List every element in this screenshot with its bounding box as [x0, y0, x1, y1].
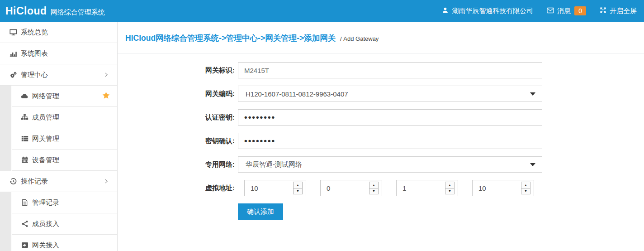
virtual-address-label: 虚拟地址: [118, 184, 235, 193]
octet-value: 10 [251, 184, 258, 192]
chevron-right-icon [104, 71, 109, 79]
sitemap-icon [21, 114, 28, 121]
spin-down-icon[interactable]: ▼ [521, 188, 530, 194]
caret-down-icon [530, 92, 535, 96]
gateway-id-label: 网关标识: [118, 66, 235, 75]
gateway-code-label: 网关编码: [118, 90, 235, 98]
sidebar-item-label: 成员管理 [32, 113, 59, 122]
grid-icon [21, 135, 28, 143]
messages-count-badge: 0 [574, 6, 586, 15]
breadcrumb-path: HiCloud网络综合管理系统->管理中心->网关管理->添加网关 [125, 34, 336, 43]
sidebar-item-label: 管理中心 [21, 71, 48, 79]
sidebar-item-label: 系统总览 [21, 28, 48, 37]
top-header: HiCloud 网络综合管理系统 湖南华辰智通科技有限公司 消息 0 [0, 0, 644, 22]
user-icon [442, 7, 452, 15]
private-network-label: 专用网络: [118, 160, 235, 169]
private-network-row: 专用网络: 华辰智通-测试网络 [118, 156, 644, 173]
gateway-code-value: H120-1607-0811-0812-9963-0407 [246, 90, 348, 98]
breadcrumb-suffix: / Add Gateway [340, 35, 379, 42]
sidebar-item-label: 网关接入 [32, 241, 59, 250]
share-icon [21, 220, 28, 228]
fullscreen-label: 开启全屏 [610, 7, 637, 15]
sidebar-item-gateway-access[interactable]: 网关接入 [12, 235, 117, 251]
sidebar-item-member-management[interactable]: 成员管理 [12, 107, 117, 128]
sidebar-item-member-access[interactable]: 成员接入 [12, 213, 117, 235]
fullscreen-button[interactable]: 开启全屏 [600, 7, 637, 15]
sidebar-item-management-records[interactable]: 管理记录 [12, 192, 117, 213]
spin-up-icon[interactable]: ▲ [369, 182, 378, 188]
sidebar-item-label: 系统图表 [21, 49, 48, 58]
favorite-star-icon [102, 92, 110, 101]
caret-down-icon [530, 163, 535, 166]
submenu-indent-strip [0, 86, 11, 171]
virtual-address-row: 虚拟地址: 10 ▲ ▼ 0 ▲ ▼ [118, 180, 644, 196]
auth-key-label: 认证密钥: [118, 113, 235, 122]
gears-icon [9, 71, 17, 79]
spin-down-icon[interactable]: ▼ [445, 188, 454, 194]
sidebar-item-network-management[interactable]: 网络管理 [12, 86, 117, 107]
spin-up-icon[interactable]: ▲ [294, 182, 302, 188]
gateway-code-select[interactable]: H120-1607-0811-0812-9963-0407 [238, 86, 542, 102]
sidebar-item-operation-records[interactable]: 操作记录 [0, 171, 117, 192]
chevron-right-icon [104, 178, 109, 185]
private-network-select[interactable]: 华辰智通-测试网络 [238, 156, 542, 173]
cloud-icon [21, 92, 28, 100]
spin-down-icon[interactable]: ▼ [294, 188, 302, 194]
octet-value: 0 [327, 184, 330, 192]
sidebar-item-device-management[interactable]: 设备管理 [12, 150, 117, 171]
history-icon [9, 178, 17, 185]
spin-up-icon[interactable]: ▲ [445, 182, 454, 188]
octet-value: 1 [402, 184, 406, 192]
sidebar-item-label: 成员接入 [32, 220, 59, 228]
spin-up-icon[interactable]: ▲ [521, 182, 530, 188]
fullscreen-icon [600, 7, 610, 15]
sidebar-item-label: 网关管理 [32, 135, 59, 143]
sidebar-item-system-charts[interactable]: 系统图表 [0, 43, 117, 64]
sidebar-item-label: 设备管理 [32, 156, 59, 164]
key-confirm-input[interactable] [238, 133, 542, 149]
messages-button[interactable]: 消息 0 [547, 6, 586, 15]
current-user[interactable]: 湖南华辰智通科技有限公司 [442, 7, 533, 15]
sidebar-item-label: 管理记录 [32, 198, 59, 207]
logo-subtitle: 网络综合管理系统 [51, 8, 105, 17]
spin-down-icon[interactable]: ▼ [369, 188, 378, 194]
gateway-id-row: 网关标识: [118, 62, 644, 78]
confirm-add-button[interactable]: 确认添加 [238, 203, 283, 220]
calendar-icon [21, 156, 28, 164]
auth-key-input[interactable] [238, 109, 542, 126]
sidebar-item-system-overview[interactable]: 系统总览 [0, 22, 117, 43]
sidebar-item-label: 网络管理 [32, 92, 59, 101]
auth-key-row: 认证密钥: [118, 109, 644, 126]
share-square-icon [21, 241, 28, 249]
gateway-id-input[interactable] [238, 62, 542, 78]
key-confirm-row: 密钥确认: [118, 133, 644, 149]
bar-chart-icon [9, 50, 17, 58]
document-icon [21, 199, 28, 207]
app-logo: HiCloud 网络综合管理系统 [5, 5, 105, 17]
breadcrumb: HiCloud网络综合管理系统->管理中心->网关管理->添加网关 / Add … [118, 22, 644, 43]
messages-label: 消息 [557, 7, 571, 15]
virtual-address-octet-1[interactable]: 10 ▲ ▼ [244, 180, 306, 196]
key-confirm-label: 密钥确认: [118, 137, 235, 145]
submenu-indent-strip [0, 192, 11, 251]
sidebar-item-label: 操作记录 [21, 177, 48, 186]
virtual-address-octet-4[interactable]: 10 ▲ ▼ [472, 180, 534, 196]
main-content: HiCloud网络综合管理系统->管理中心->网关管理->添加网关 / Add … [118, 22, 644, 251]
octet-value: 10 [478, 184, 486, 192]
virtual-address-octet-3[interactable]: 1 ▲ ▼ [396, 180, 458, 196]
user-name: 湖南华辰智通科技有限公司 [452, 7, 533, 15]
virtual-address-octet-2[interactable]: 0 ▲ ▼ [320, 180, 382, 196]
private-network-value: 华辰智通-测试网络 [246, 160, 302, 169]
sidebar-item-management-center[interactable]: 管理中心 [0, 64, 117, 86]
add-gateway-form: 网关标识: 网关编码: H120-1607-0811-0812-9963-040… [118, 53, 644, 220]
logo-text: HiCloud [5, 5, 47, 17]
gateway-code-row: 网关编码: H120-1607-0811-0812-9963-0407 [118, 86, 644, 102]
sidebar: 系统总览 系统图表 [0, 22, 118, 251]
sidebar-item-gateway-management[interactable]: 网关管理 [12, 128, 117, 150]
desktop-icon [9, 29, 17, 36]
envelope-icon [547, 7, 557, 15]
